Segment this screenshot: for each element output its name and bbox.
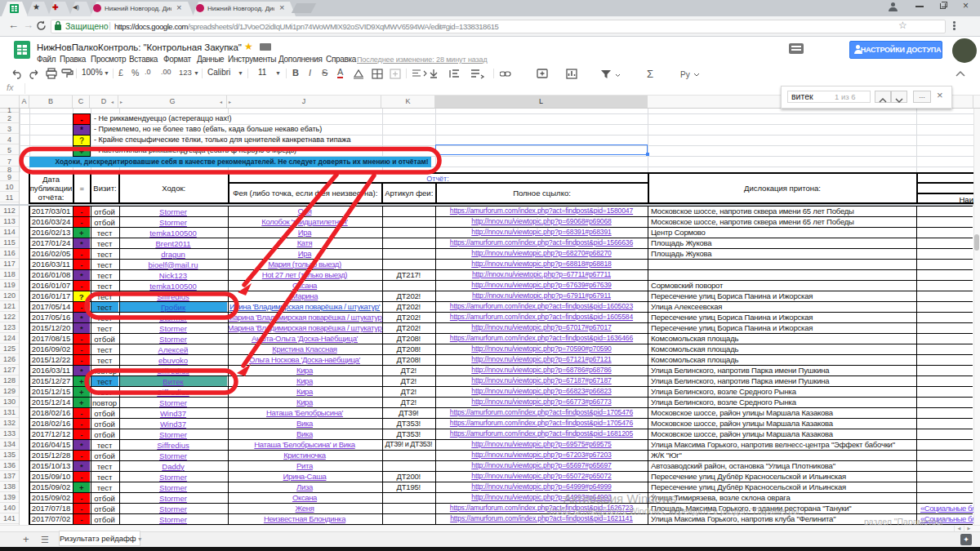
svg-text:Ру: Ру: [680, 70, 690, 79]
svg-text:Σ: Σ: [647, 69, 653, 79]
